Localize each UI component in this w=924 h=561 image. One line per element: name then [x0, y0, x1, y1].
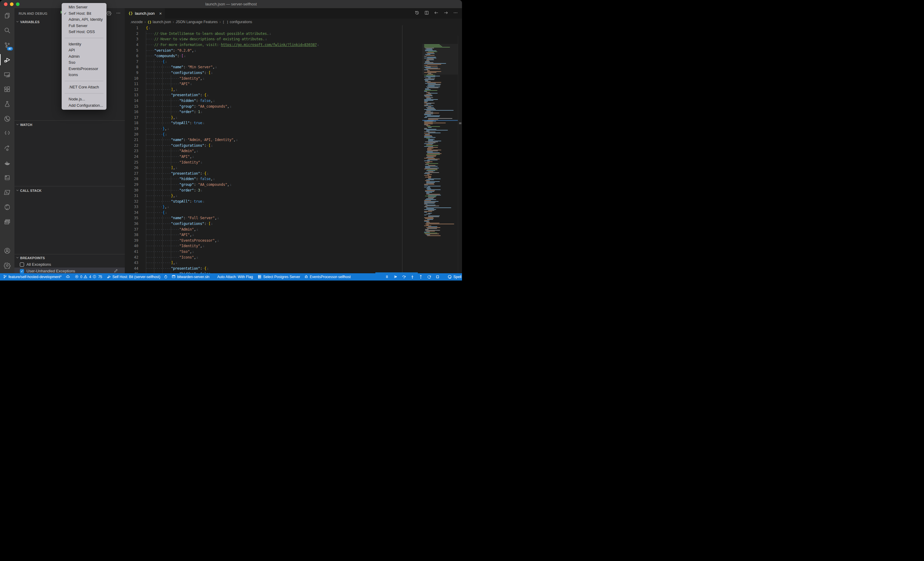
menu-item[interactable]: Add Configuration...	[62, 103, 106, 109]
extensions-icon[interactable]	[0, 82, 14, 97]
git-branch-item[interactable]: feature/self-hosted-development*	[3, 275, 62, 279]
warnings-item[interactable]: 4	[84, 275, 91, 279]
flame-item[interactable]	[164, 275, 168, 279]
launch-configuration-menu: Min Server✓Self Host: BitAdmin, API, Ide…	[62, 3, 106, 110]
indent-guide	[146, 148, 146, 154]
menu-item[interactable]: Admin	[62, 54, 106, 60]
pause-icon[interactable]	[385, 275, 390, 279]
minimap-line	[427, 115, 440, 116]
minimap-line	[424, 99, 438, 100]
menu-item[interactable]: Identity	[62, 41, 106, 48]
remote-explorer-icon[interactable]	[0, 67, 14, 82]
minimap-line	[424, 160, 430, 161]
section-breakpoints[interactable]: BREAKPOINTS	[14, 255, 125, 261]
info-item[interactable]: 75	[93, 275, 102, 279]
menu-item[interactable]: Node.js...	[62, 96, 106, 103]
minimize-window-button[interactable]	[10, 2, 14, 6]
indent-guide	[162, 199, 163, 205]
menu-item[interactable]: .NET Core Attach	[62, 84, 106, 90]
continue-icon[interactable]	[393, 275, 398, 279]
close-tab-icon[interactable]: ×	[159, 11, 162, 16]
minimap-line	[428, 159, 440, 159]
edit-condition-icon[interactable]	[114, 268, 118, 273]
more-actions-icon[interactable]	[453, 10, 458, 16]
section-watch[interactable]: WATCH	[14, 121, 125, 128]
breakpoint-checkbox[interactable]	[20, 262, 24, 267]
database-icon[interactable]	[0, 170, 14, 185]
publish-item[interactable]	[66, 275, 70, 279]
breakpoint-row[interactable]: All Exceptions	[14, 261, 125, 268]
window-layout-icon[interactable]	[0, 214, 14, 229]
step-into-icon[interactable]	[410, 275, 415, 279]
breadcrumb-item[interactable]: [ ]configurations	[223, 20, 252, 24]
open-timeline-icon[interactable]	[415, 10, 419, 16]
minimap[interactable]	[422, 36, 458, 273]
accounts-icon[interactable]	[0, 243, 14, 258]
breadcrumb-item[interactable]: JSON Language Features	[176, 20, 218, 24]
menu-item[interactable]: Min Server	[62, 4, 106, 10]
minimap-line	[425, 80, 428, 81]
stop-icon[interactable]	[435, 275, 440, 279]
docker-icon[interactable]	[0, 156, 14, 170]
debug-target-item[interactable]: EventsProcessor-selfhost	[304, 275, 351, 279]
code-editor[interactable]: 1{↓2····//·Use·IntelliSense·to·learn·abo…	[125, 25, 462, 273]
line-number: 26	[125, 166, 138, 170]
minimap-line	[425, 116, 439, 117]
menu-item[interactable]: EventsProcessor	[62, 66, 106, 72]
more-actions-icon[interactable]	[116, 11, 121, 16]
auto-attach-item[interactable]: Auto Attach: With Flag	[217, 275, 253, 279]
powershell-icon[interactable]	[0, 185, 14, 200]
braces-extension-icon[interactable]	[0, 126, 14, 141]
gitlens-icon[interactable]	[0, 111, 14, 126]
breakpoint-row[interactable]: ✓User-Unhandled Exceptions	[14, 268, 125, 273]
minimap-line	[424, 217, 434, 218]
indent-guide	[162, 120, 163, 126]
solution-item[interactable]: bitwarden-server.sln	[172, 275, 209, 279]
menu-item[interactable]: Admin, API, Identity	[62, 16, 106, 23]
menu-item[interactable]: Icons	[62, 72, 106, 78]
breadcrumb-item[interactable]: {}launch.json	[147, 20, 171, 24]
source-control-icon[interactable]: 47	[0, 37, 14, 52]
minimap-line	[424, 101, 428, 102]
close-window-button[interactable]	[4, 2, 8, 6]
editor-scrollbar[interactable]	[458, 36, 462, 273]
menu-item[interactable]: Sso	[62, 60, 106, 66]
debug-config-item[interactable]: Self Host: Bit (server-selfhost)	[107, 275, 160, 279]
settings-gear-icon[interactable]	[0, 258, 14, 273]
live-share-icon[interactable]	[0, 141, 14, 156]
eol-marker: ↓	[192, 233, 194, 237]
errors-item[interactable]: 0	[75, 275, 82, 279]
menu-item[interactable]: ✓Self Host: Bit	[62, 10, 106, 17]
search-icon[interactable]	[0, 23, 14, 37]
code-line: 14················"hidden":·false,↓	[125, 98, 462, 104]
debug-settings-gear-icon[interactable]	[107, 11, 111, 16]
breadcrumb-item[interactable]: .vscode	[130, 20, 142, 24]
step-out-icon[interactable]	[418, 275, 423, 279]
menu-item[interactable]: Self Host: OSS	[62, 29, 106, 35]
navigate-back-icon[interactable]	[434, 10, 438, 16]
run-debug-icon[interactable]	[0, 52, 14, 67]
breakpoint-checkbox[interactable]: ✓	[20, 269, 24, 273]
restart-icon[interactable]	[427, 275, 432, 279]
eol-marker: ↓	[175, 194, 177, 198]
split-editor-icon[interactable]	[424, 10, 429, 16]
tab-launch-json[interactable]: {} launch.json ×	[125, 8, 165, 19]
menu-item[interactable]: Full Server	[62, 23, 106, 29]
navigate-forward-icon[interactable]	[444, 10, 448, 16]
menu-item[interactable]: API	[62, 47, 106, 54]
postgresql-icon[interactable]	[0, 200, 14, 214]
zoom-window-button[interactable]	[16, 2, 20, 6]
eol-marker: ↓	[210, 144, 213, 148]
line-number: 44	[125, 266, 138, 271]
explorer-icon[interactable]	[0, 8, 14, 23]
minimap-line	[426, 214, 430, 214]
spell-checker-item[interactable]: Spell	[448, 275, 461, 279]
code-line: 38················"API",↓	[125, 232, 462, 238]
step-over-icon[interactable]	[402, 275, 406, 279]
postgres-item[interactable]: Select Postgres Server	[258, 275, 300, 279]
section-call-stack[interactable]: CALL STACK	[14, 187, 125, 194]
indent-guide	[162, 255, 163, 260]
indent-guide	[146, 204, 146, 210]
indent-guide	[146, 210, 146, 215]
testing-icon[interactable]	[0, 97, 14, 111]
